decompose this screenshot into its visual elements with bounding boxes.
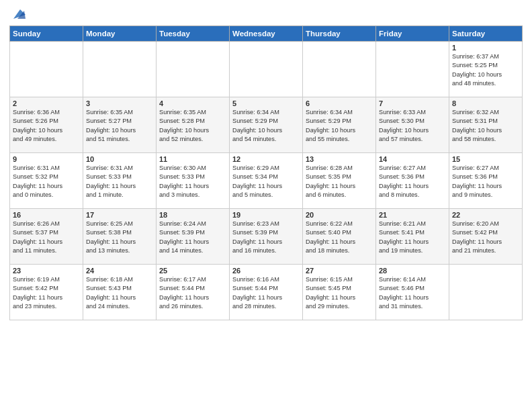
day-number: 17 xyxy=(86,211,153,219)
week-row-4: 23Sunrise: 6:19 AM Sunset: 5:42 PM Dayli… xyxy=(10,265,523,320)
day-info: Sunrise: 6:34 AM Sunset: 5:29 PM Dayligh… xyxy=(306,108,373,144)
week-row-2: 9Sunrise: 6:31 AM Sunset: 5:32 PM Daylig… xyxy=(10,153,523,209)
calendar-cell: 16Sunrise: 6:26 AM Sunset: 5:37 PM Dayli… xyxy=(10,209,83,265)
weekday-header-friday: Friday xyxy=(376,26,449,42)
day-number: 14 xyxy=(379,155,446,163)
weekday-header-tuesday: Tuesday xyxy=(157,26,230,42)
calendar-cell: 9Sunrise: 6:31 AM Sunset: 5:32 PM Daylig… xyxy=(10,153,83,209)
day-number: 27 xyxy=(306,267,373,275)
calendar-cell xyxy=(303,42,376,97)
day-number: 25 xyxy=(159,267,226,275)
calendar-cell: 5Sunrise: 6:34 AM Sunset: 5:29 PM Daylig… xyxy=(230,97,303,153)
week-row-1: 2Sunrise: 6:36 AM Sunset: 5:26 PM Daylig… xyxy=(10,97,523,153)
calendar-cell: 21Sunrise: 6:21 AM Sunset: 5:41 PM Dayli… xyxy=(376,209,449,265)
logo xyxy=(9,9,26,21)
day-number: 11 xyxy=(159,155,226,163)
day-number: 1 xyxy=(452,44,519,52)
day-info: Sunrise: 6:25 AM Sunset: 5:38 PM Dayligh… xyxy=(86,220,153,255)
day-info: Sunrise: 6:22 AM Sunset: 5:40 PM Dayligh… xyxy=(306,220,373,255)
weekday-header-thursday: Thursday xyxy=(303,26,376,42)
day-info: Sunrise: 6:33 AM Sunset: 5:30 PM Dayligh… xyxy=(379,108,446,144)
day-number: 8 xyxy=(452,99,519,107)
day-info: Sunrise: 6:31 AM Sunset: 5:33 PM Dayligh… xyxy=(86,164,153,199)
calendar-cell: 13Sunrise: 6:28 AM Sunset: 5:35 PM Dayli… xyxy=(303,153,376,209)
day-number: 20 xyxy=(306,211,373,219)
page: SundayMondayTuesdayWednesdayThursdayFrid… xyxy=(0,0,532,411)
day-number: 24 xyxy=(86,267,153,275)
calendar-cell xyxy=(376,42,449,97)
day-number: 28 xyxy=(379,267,446,275)
logo-icon xyxy=(11,7,26,21)
calendar-cell: 24Sunrise: 6:18 AM Sunset: 5:43 PM Dayli… xyxy=(83,265,157,320)
day-number: 4 xyxy=(159,99,226,107)
calendar-cell: 10Sunrise: 6:31 AM Sunset: 5:33 PM Dayli… xyxy=(83,153,157,209)
calendar-cell: 6Sunrise: 6:34 AM Sunset: 5:29 PM Daylig… xyxy=(303,97,376,153)
day-number: 26 xyxy=(232,267,300,275)
calendar-cell: 3Sunrise: 6:35 AM Sunset: 5:27 PM Daylig… xyxy=(83,97,157,153)
calendar-cell: 2Sunrise: 6:36 AM Sunset: 5:26 PM Daylig… xyxy=(10,97,83,153)
day-number: 16 xyxy=(13,211,80,219)
day-info: Sunrise: 6:30 AM Sunset: 5:33 PM Dayligh… xyxy=(159,164,226,199)
day-number: 22 xyxy=(452,211,519,219)
day-info: Sunrise: 6:26 AM Sunset: 5:37 PM Dayligh… xyxy=(13,220,80,255)
day-info: Sunrise: 6:34 AM Sunset: 5:29 PM Dayligh… xyxy=(232,108,300,144)
calendar-cell: 28Sunrise: 6:14 AM Sunset: 5:46 PM Dayli… xyxy=(376,265,449,320)
day-info: Sunrise: 6:35 AM Sunset: 5:28 PM Dayligh… xyxy=(159,108,226,144)
week-row-0: 1Sunrise: 6:37 AM Sunset: 5:25 PM Daylig… xyxy=(10,42,523,97)
calendar-cell: 23Sunrise: 6:19 AM Sunset: 5:42 PM Dayli… xyxy=(10,265,83,320)
day-info: Sunrise: 6:27 AM Sunset: 5:36 PM Dayligh… xyxy=(379,164,446,199)
day-number: 7 xyxy=(379,99,446,107)
day-info: Sunrise: 6:17 AM Sunset: 5:44 PM Dayligh… xyxy=(159,275,226,311)
day-info: Sunrise: 6:37 AM Sunset: 5:25 PM Dayligh… xyxy=(452,52,519,88)
day-number: 15 xyxy=(452,155,519,163)
day-number: 13 xyxy=(306,155,373,163)
calendar-cell: 17Sunrise: 6:25 AM Sunset: 5:38 PM Dayli… xyxy=(83,209,157,265)
day-info: Sunrise: 6:21 AM Sunset: 5:41 PM Dayligh… xyxy=(379,220,446,255)
calendar-cell: 19Sunrise: 6:23 AM Sunset: 5:39 PM Dayli… xyxy=(230,209,303,265)
calendar: SundayMondayTuesdayWednesdayThursdayFrid… xyxy=(9,26,523,320)
calendar-cell xyxy=(157,42,230,97)
calendar-cell: 25Sunrise: 6:17 AM Sunset: 5:44 PM Dayli… xyxy=(157,265,230,320)
calendar-cell: 26Sunrise: 6:16 AM Sunset: 5:44 PM Dayli… xyxy=(230,265,303,320)
calendar-cell xyxy=(449,265,523,320)
calendar-cell: 20Sunrise: 6:22 AM Sunset: 5:40 PM Dayli… xyxy=(303,209,376,265)
day-info: Sunrise: 6:23 AM Sunset: 5:39 PM Dayligh… xyxy=(232,220,300,255)
calendar-cell: 12Sunrise: 6:29 AM Sunset: 5:34 PM Dayli… xyxy=(230,153,303,209)
day-info: Sunrise: 6:19 AM Sunset: 5:42 PM Dayligh… xyxy=(13,275,80,311)
weekday-header-monday: Monday xyxy=(83,26,157,42)
day-number: 2 xyxy=(13,99,80,107)
weekday-header-saturday: Saturday xyxy=(449,26,523,42)
day-number: 6 xyxy=(306,99,373,107)
weekday-header-row: SundayMondayTuesdayWednesdayThursdayFrid… xyxy=(10,26,523,42)
calendar-cell: 15Sunrise: 6:27 AM Sunset: 5:36 PM Dayli… xyxy=(449,153,523,209)
week-row-3: 16Sunrise: 6:26 AM Sunset: 5:37 PM Dayli… xyxy=(10,209,523,265)
day-number: 9 xyxy=(13,155,80,163)
day-info: Sunrise: 6:27 AM Sunset: 5:36 PM Dayligh… xyxy=(452,164,519,199)
day-info: Sunrise: 6:18 AM Sunset: 5:43 PM Dayligh… xyxy=(86,275,153,311)
day-number: 19 xyxy=(232,211,300,219)
day-info: Sunrise: 6:36 AM Sunset: 5:26 PM Dayligh… xyxy=(13,108,80,144)
calendar-cell: 11Sunrise: 6:30 AM Sunset: 5:33 PM Dayli… xyxy=(157,153,230,209)
calendar-cell: 4Sunrise: 6:35 AM Sunset: 5:28 PM Daylig… xyxy=(157,97,230,153)
weekday-header-wednesday: Wednesday xyxy=(230,26,303,42)
header xyxy=(9,7,523,21)
calendar-cell: 27Sunrise: 6:15 AM Sunset: 5:45 PM Dayli… xyxy=(303,265,376,320)
calendar-cell: 22Sunrise: 6:20 AM Sunset: 5:42 PM Dayli… xyxy=(449,209,523,265)
day-info: Sunrise: 6:35 AM Sunset: 5:27 PM Dayligh… xyxy=(86,108,153,144)
day-number: 10 xyxy=(86,155,153,163)
calendar-cell xyxy=(10,42,83,97)
day-info: Sunrise: 6:15 AM Sunset: 5:45 PM Dayligh… xyxy=(306,275,373,311)
day-info: Sunrise: 6:20 AM Sunset: 5:42 PM Dayligh… xyxy=(452,220,519,255)
day-info: Sunrise: 6:16 AM Sunset: 5:44 PM Dayligh… xyxy=(232,275,300,311)
day-info: Sunrise: 6:29 AM Sunset: 5:34 PM Dayligh… xyxy=(232,164,300,199)
day-number: 21 xyxy=(379,211,446,219)
calendar-cell xyxy=(83,42,157,97)
day-number: 23 xyxy=(13,267,80,275)
day-number: 12 xyxy=(232,155,300,163)
calendar-cell: 7Sunrise: 6:33 AM Sunset: 5:30 PM Daylig… xyxy=(376,97,449,153)
day-info: Sunrise: 6:32 AM Sunset: 5:31 PM Dayligh… xyxy=(452,108,519,144)
calendar-cell: 14Sunrise: 6:27 AM Sunset: 5:36 PM Dayli… xyxy=(376,153,449,209)
calendar-cell: 1Sunrise: 6:37 AM Sunset: 5:25 PM Daylig… xyxy=(449,42,523,97)
calendar-cell xyxy=(230,42,303,97)
day-info: Sunrise: 6:31 AM Sunset: 5:32 PM Dayligh… xyxy=(13,164,80,199)
